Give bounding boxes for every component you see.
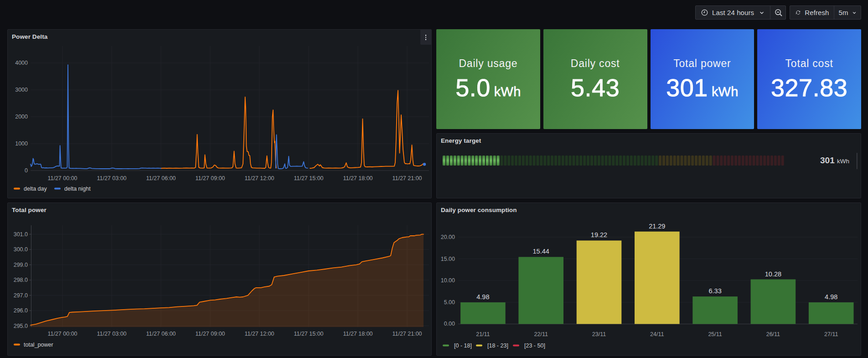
svg-text:10.28: 10.28 — [765, 270, 781, 278]
svg-text:11/27 18:00: 11/27 18:00 — [343, 331, 372, 337]
svg-text:[23 - 50]: [23 - 50] — [524, 342, 545, 349]
svg-text:24/11: 24/11 — [650, 331, 664, 337]
svg-text:0.00: 0.00 — [444, 321, 455, 327]
svg-text:300.0: 300.0 — [14, 246, 28, 253]
svg-text:301.0: 301.0 — [14, 231, 28, 238]
svg-text:10.00: 10.00 — [441, 277, 455, 284]
svg-text:11/27 21:00: 11/27 21:00 — [392, 175, 422, 182]
svg-text:11/27 03:00: 11/27 03:00 — [97, 175, 126, 182]
svg-text:21/11: 21/11 — [476, 331, 490, 337]
svg-text:0: 0 — [25, 167, 28, 174]
svg-text:11/27 15:00: 11/27 15:00 — [294, 175, 323, 182]
svg-text:26/11: 26/11 — [766, 331, 780, 337]
svg-text:11/27 09:00: 11/27 09:00 — [195, 331, 225, 337]
svg-text:11/27 21:00: 11/27 21:00 — [392, 331, 422, 337]
svg-text:[18 - 23]: [18 - 23] — [487, 342, 508, 349]
svg-text:15.44: 15.44 — [533, 248, 549, 255]
svg-text:total_power: total_power — [24, 342, 53, 348]
svg-text:11/27 12:00: 11/27 12:00 — [244, 175, 274, 182]
svg-text:298.0: 298.0 — [14, 277, 28, 283]
svg-text:22/11: 22/11 — [534, 331, 548, 337]
svg-text:15.00: 15.00 — [441, 256, 455, 262]
svg-text:11/27 00:00: 11/27 00:00 — [47, 331, 77, 337]
svg-text:11/27 00:00: 11/27 00:00 — [47, 175, 77, 182]
svg-text:299.0: 299.0 — [14, 262, 28, 268]
svg-text:4.98: 4.98 — [476, 293, 489, 301]
svg-text:296.0: 296.0 — [14, 307, 28, 314]
svg-text:23/11: 23/11 — [592, 331, 606, 337]
svg-text:11/27 03:00: 11/27 03:00 — [97, 331, 126, 337]
svg-text:[0 - 18]: [0 - 18] — [454, 342, 472, 349]
svg-text:2000: 2000 — [15, 114, 28, 120]
svg-text:20.00: 20.00 — [441, 234, 455, 240]
svg-text:11/27 18:00: 11/27 18:00 — [343, 175, 372, 182]
svg-text:4000: 4000 — [15, 60, 28, 66]
svg-text:297.0: 297.0 — [14, 292, 28, 299]
svg-text:delta day: delta day — [24, 186, 47, 192]
svg-text:11/27 12:00: 11/27 12:00 — [244, 331, 274, 337]
svg-text:301 kWh: 301 kWh — [820, 156, 849, 165]
svg-text:delta night: delta night — [64, 186, 91, 192]
svg-text:3000: 3000 — [15, 87, 28, 93]
svg-text:295.0: 295.0 — [14, 323, 28, 329]
svg-text:1000: 1000 — [15, 140, 28, 147]
svg-text:11/27 09:00: 11/27 09:00 — [195, 175, 225, 182]
svg-text:25/11: 25/11 — [708, 331, 722, 337]
svg-text:11/27 06:00: 11/27 06:00 — [146, 331, 176, 337]
svg-text:21.29: 21.29 — [649, 223, 665, 230]
svg-text:11/27 15:00: 11/27 15:00 — [294, 331, 323, 337]
svg-text:27/11: 27/11 — [824, 331, 838, 337]
svg-text:5.00: 5.00 — [444, 299, 455, 306]
svg-text:19.22: 19.22 — [591, 231, 607, 239]
svg-text:4.98: 4.98 — [825, 293, 837, 301]
svg-text:6.33: 6.33 — [708, 287, 721, 295]
svg-text:11/27 06:00: 11/27 06:00 — [146, 175, 176, 182]
